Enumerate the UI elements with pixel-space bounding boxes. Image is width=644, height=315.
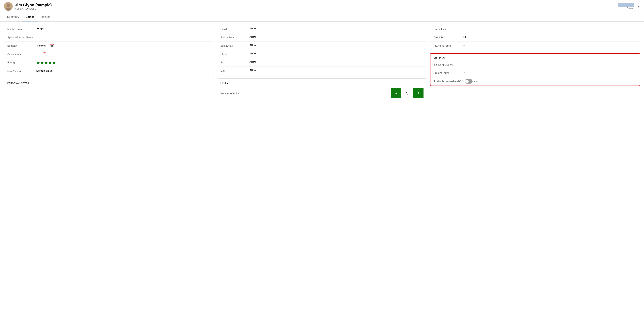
spouse-name-label: Spouse/Partner Name	[7, 35, 33, 39]
follow-email-value[interactable]: Allow	[250, 35, 256, 38]
email-pref-value[interactable]: Allow	[250, 27, 256, 30]
right-column: Credit Limit --- Credit Hold No Payment …	[430, 25, 640, 101]
spouse-name-row: Spouse/Partner Name ---	[4, 33, 214, 42]
birthday-row: Birthday 3/2/1959 📅	[4, 42, 214, 50]
payment-terms-label: Payment Terms	[434, 44, 459, 48]
mail-pref-value[interactable]: Allow	[250, 69, 256, 72]
marital-status-row: Marital Status Single	[4, 25, 214, 33]
credit-limit-value[interactable]: ---	[462, 27, 465, 30]
credit-limit-row: Credit Limit ---	[430, 25, 640, 33]
tab-summary[interactable]: Summary	[4, 13, 22, 21]
personal-details-card: Marital Status Single Spouse/Partner Nam…	[4, 25, 214, 76]
tab-bar: Summary Details Related	[0, 13, 644, 22]
shipping-card: SHIPPING Shipping Method --- Freight Ter…	[430, 53, 640, 86]
anniversary-date: ---	[36, 52, 39, 55]
fax-pref-value[interactable]: Allow	[250, 60, 256, 63]
owner-name-blurred[interactable]: Mary Rose	[618, 3, 634, 7]
email-pref-label: Email	[220, 27, 246, 31]
toggle-knob	[465, 80, 468, 83]
birthday-calendar-icon[interactable]: 📅	[50, 44, 54, 47]
marital-status-label: Marital Status	[7, 27, 33, 31]
units-card: Units Number of units - 5 +	[217, 78, 427, 101]
freight-terms-label: Freight Terms	[434, 71, 460, 75]
spouse-name-value[interactable]: ---	[36, 35, 39, 38]
payment-terms-row: Payment Terms ---	[430, 42, 640, 50]
units-controls: - 5 +	[391, 88, 424, 98]
shipping-method-row: Shipping Method ---	[430, 60, 640, 69]
units-title: Units	[220, 81, 424, 85]
header-chevron-icon[interactable]: ∨	[638, 4, 640, 8]
credit-hold-label: Credit Hold	[434, 35, 459, 39]
middle-column: Email Allow Follow Email Allow Bulk Emai…	[217, 25, 427, 101]
contact-preferences-card: Email Allow Follow Email Allow Bulk Emai…	[217, 25, 427, 75]
shipping-method-label: Shipping Method	[434, 62, 460, 66]
anniversary-label: Anniversary	[7, 52, 33, 56]
phone-pref-value[interactable]: Allow	[250, 52, 256, 55]
tab-related[interactable]: Related	[38, 13, 54, 21]
page-header: Jim Glynn (sample) Contact · Contact ∨ M…	[0, 0, 644, 13]
available-weekends-label: Available on weekends?	[434, 79, 462, 83]
available-weekends-toggle[interactable]	[465, 79, 472, 84]
mail-pref-label: Mail	[220, 69, 246, 73]
birthday-value[interactable]: 3/2/1959 📅	[36, 44, 54, 47]
increase-units-button[interactable]: +	[413, 88, 424, 98]
header-info: Jim Glynn (sample) Contact · Contact ∨	[15, 3, 52, 10]
follow-email-row: Follow Email Allow	[217, 33, 427, 42]
available-weekends-value: No	[474, 80, 478, 83]
personal-notes-title: PERSONAL NOTES	[7, 82, 210, 84]
email-pref-row: Email Allow	[217, 25, 427, 33]
bulk-email-value[interactable]: Allow	[250, 44, 256, 47]
freight-terms-row: Freight Terms ---	[430, 69, 640, 77]
rating-stars[interactable]: ★★★★★	[36, 60, 56, 65]
units-row: Number of units - 5 +	[220, 88, 424, 98]
credit-hold-row: Credit Hold No	[430, 33, 640, 42]
available-weekends-row: Available on weekends? No	[430, 77, 640, 85]
birthday-label: Birthday	[7, 44, 33, 48]
phone-pref-row: Phone Allow	[217, 50, 427, 58]
has-children-label: Has Children	[7, 69, 33, 73]
decrease-units-button[interactable]: -	[391, 88, 401, 98]
birthday-date: 3/2/1959	[36, 44, 46, 47]
avatar	[4, 2, 13, 11]
tab-details[interactable]: Details	[22, 13, 38, 21]
personal-notes-card: PERSONAL NOTES ---	[4, 79, 214, 99]
owner-section: Mary Rose Owner	[618, 3, 634, 10]
anniversary-calendar-icon[interactable]: 📅	[42, 52, 46, 56]
main-content: Marital Status Single Spouse/Partner Nam…	[0, 22, 644, 104]
avatar-svg	[4, 2, 13, 11]
available-weekends-toggle-wrapper: No	[465, 79, 478, 84]
credit-hold-value[interactable]: No	[462, 35, 466, 38]
shipping-title: SHIPPING	[430, 54, 640, 60]
contact-breadcrumb: Contact · Contact ∨	[15, 7, 52, 10]
freight-terms-value[interactable]: ---	[463, 71, 465, 74]
contact-type2[interactable]: Contact	[26, 7, 34, 10]
owner-label: Owner	[618, 7, 634, 10]
anniversary-row: Anniversary --- 📅	[4, 50, 214, 58]
number-of-units-label: Number of units	[220, 92, 391, 95]
left-column: Marital Status Single Spouse/Partner Nam…	[4, 25, 214, 101]
rating-row: Rating ★★★★★	[4, 58, 214, 67]
follow-email-label: Follow Email	[220, 35, 246, 39]
units-value: 5	[401, 88, 413, 98]
shipping-method-value[interactable]: ---	[463, 62, 465, 65]
contact-dropdown-arrow[interactable]: ∨	[34, 7, 36, 10]
has-children-row: Has Children Default Value	[4, 67, 214, 76]
has-children-value[interactable]: Default Value	[36, 69, 53, 72]
anniversary-value[interactable]: --- 📅	[36, 52, 46, 56]
payment-terms-value[interactable]: ---	[462, 44, 465, 47]
bulk-email-row: Bulk Email Allow	[217, 42, 427, 50]
breadcrumb-separator: ·	[24, 7, 25, 10]
svg-point-1	[7, 4, 10, 7]
fax-pref-row: Fax Allow	[217, 58, 427, 67]
rating-label: Rating	[7, 60, 33, 64]
marital-status-value[interactable]: Single	[36, 27, 44, 30]
header-left: Jim Glynn (sample) Contact · Contact ∨	[4, 2, 52, 11]
billing-card: Credit Limit --- Credit Hold No Payment …	[430, 25, 640, 50]
fax-pref-label: Fax	[220, 60, 246, 64]
personal-notes-value[interactable]: ---	[7, 86, 210, 89]
bulk-email-label: Bulk Email	[220, 44, 246, 48]
credit-limit-label: Credit Limit	[434, 27, 459, 31]
mail-pref-row: Mail Allow	[217, 67, 427, 75]
phone-pref-label: Phone	[220, 52, 246, 56]
contact-type1[interactable]: Contact	[15, 7, 23, 10]
